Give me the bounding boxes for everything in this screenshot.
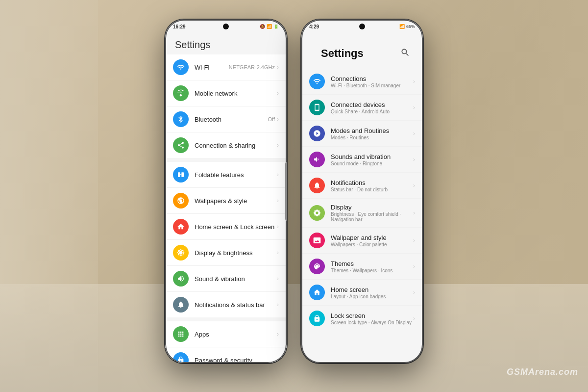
phone1-mobile-network-text: Mobile network [195, 90, 277, 97]
phone1-apps-label: Apps [195, 331, 277, 338]
phone1-password-item[interactable]: Password & security › [165, 347, 287, 363]
phone1-battery-icon: 🔋 [273, 24, 279, 29]
phone1-connection-sharing-label: Connection & sharing [195, 142, 277, 149]
phone2-themes-label: Themes [331, 260, 413, 267]
phone2-sounds-chevron: › [413, 156, 415, 163]
phone2-themes-item[interactable]: Themes Themes · Wallpapers · Icons › [301, 254, 423, 280]
phone1-time: 16:29 [173, 24, 186, 29]
phone1-display-brightness-icon [173, 245, 189, 261]
phone1-password-label: Password & security [195, 357, 277, 364]
phone1-password-text: Password & security [195, 357, 277, 364]
phone2-notifications-text: Notifications Status bar · Do not distur… [331, 179, 413, 192]
phone1-sound-text: Sound & vibration [195, 275, 277, 283]
phone1-wifi-chevron: › [277, 64, 279, 71]
phone1-wifi-value: NETGEAR-2.4GHz [229, 64, 275, 70]
phone2-modes-item[interactable]: Modes and Routines Modes · Routines › [301, 121, 423, 147]
phone2-wallpaper-item[interactable]: Wallpaper and style Wallpapers · Color p… [301, 228, 423, 254]
phone2-connections-item[interactable]: Connections Wi-Fi · Bluetooth · SIM mana… [301, 69, 423, 95]
phone1-display-brightness-text: Display & brightness [195, 249, 277, 257]
phone1-settings-list: Wi-Fi NETGEAR-2.4GHz › Mobile network [165, 54, 287, 363]
phone2-homescreen-item[interactable]: Home screen Layout · App icon badges › [301, 280, 423, 306]
phone2-connections-sublabel: Wi-Fi · Bluetooth · SIM manager [331, 83, 413, 88]
phone1-hinge [285, 162, 287, 221]
phone2-lockscreen-icon [309, 311, 325, 326]
phone2-connections-chevron: › [413, 78, 415, 85]
phone1-notifications-label: Notifications & status bar [195, 301, 277, 309]
phone2-display-text: Display Brightness · Eye comfort shield … [331, 204, 413, 222]
phone1-wifi-text: Wi-Fi [195, 64, 229, 71]
phone1-section-network: Wi-Fi NETGEAR-2.4GHz › Mobile network [165, 54, 287, 158]
phone2-display-label: Display [331, 204, 413, 211]
phone2-status-icons: 📶 65% [399, 24, 415, 29]
phone2-sounds-sublabel: Sound mode · Ringtone [331, 161, 413, 166]
phone1-connection-sharing-icon [173, 137, 189, 153]
phone2-homescreen-label: Home screen [331, 286, 413, 293]
phone2-homescreen-sublabel: Layout · App icon badges [331, 294, 413, 299]
svg-rect-0 [180, 94, 182, 95]
phone2-connected-devices-icon [309, 100, 325, 115]
phone1-notifications-icon [173, 297, 189, 313]
phone1-mobile-network-item[interactable]: Mobile network › [165, 80, 287, 106]
phone2-display-chevron: › [413, 209, 415, 216]
svg-rect-1 [178, 172, 180, 177]
phone2-connected-devices-chevron: › [413, 104, 415, 111]
phone2-wallpaper-icon [309, 233, 325, 248]
phone1-homescreen-label: Home screen & Lock screen [195, 223, 277, 231]
phone1-foldable-item[interactable]: Foldable features › [165, 162, 287, 188]
phone1-notifications-chevron: › [277, 301, 279, 308]
phone2-wallpaper-label: Wallpaper and style [331, 234, 413, 241]
phone1-notifications-item[interactable]: Notifications & status bar › [165, 292, 287, 317]
phone2-connections-icon [309, 74, 325, 89]
phone1-homescreen-icon [173, 219, 189, 235]
phone1-homescreen-chevron: › [277, 223, 279, 230]
phone1-settings-title: Settings [165, 33, 287, 54]
phone1-body: 16:29 🔕 📶 🔋 Settings [165, 20, 287, 363]
phone2-screen: Settings Connections Wi-Fi [301, 33, 423, 335]
phone1-connection-sharing-item[interactable]: Connection & sharing › [165, 132, 287, 158]
phone2-connected-devices-label: Connected devices [331, 101, 413, 108]
phone2-notifications-item[interactable]: Notifications Status bar · Do not distur… [301, 173, 423, 199]
phone1-sound-label: Sound & vibration [195, 275, 277, 283]
phone1-display-brightness-chevron: › [277, 249, 279, 256]
phone2-connected-devices-item[interactable]: Connected devices Quick Share · Android … [301, 95, 423, 121]
phone1-notifications-text: Notifications & status bar [195, 301, 277, 309]
phone1-homescreen-item[interactable]: Home screen & Lock screen › [165, 214, 287, 240]
phone2-lockscreen-item[interactable]: Lock screen Screen lock type · Always On… [301, 306, 423, 331]
phone1-apps-item[interactable]: Apps › [165, 321, 287, 347]
phone1-bluetooth-value: Off [268, 116, 275, 122]
phone2-themes-text: Themes Themes · Wallpapers · Icons [331, 260, 413, 273]
watermark: GSMArena.com [507, 367, 578, 377]
phone2-lockscreen-chevron: › [413, 315, 415, 322]
phone2-search-button[interactable] [397, 45, 413, 60]
phone2: 4:29 📶 65% Settings [301, 20, 423, 363]
phone1-wallpaper-item[interactable]: Wallpapers & style › [165, 188, 287, 214]
phone1-wallpaper-text: Wallpapers & style [195, 197, 277, 205]
phone2-themes-icon [309, 259, 325, 274]
phone2-modes-sublabel: Modes · Routines [331, 135, 413, 140]
phone2-display-item[interactable]: Display Brightness · Eye comfort shield … [301, 199, 423, 228]
phone1-foldable-label: Foldable features [195, 171, 277, 179]
phone2-battery-icon: 65% [406, 24, 415, 29]
phone1-bluetooth-label: Bluetooth [195, 116, 268, 123]
phone2-wallpaper-chevron: › [413, 237, 415, 244]
phone1: 16:29 🔕 📶 🔋 Settings [165, 20, 287, 363]
phone2-notifications-icon [309, 178, 325, 193]
phone2-notifications-sublabel: Status bar · Do not disturb [331, 187, 413, 192]
phone2-section-main: Connections Wi-Fi · Bluetooth · SIM mana… [301, 69, 423, 331]
phone2-sounds-item[interactable]: Sounds and vibration Sound mode · Ringto… [301, 147, 423, 173]
phone1-display-brightness-item[interactable]: Display & brightness › [165, 240, 287, 266]
phone1-bluetooth-chevron: › [277, 116, 279, 123]
phone2-lockscreen-text: Lock screen Screen lock type · Always On… [331, 312, 413, 325]
phone1-bluetooth-item[interactable]: Bluetooth Off › [165, 106, 287, 132]
phone2-themes-sublabel: Themes · Wallpapers · Icons [331, 268, 413, 273]
phone1-foldable-icon [173, 167, 189, 183]
phone2-wifi-icon: 📶 [399, 24, 405, 29]
phone2-homescreen-icon [309, 285, 325, 300]
phone2-lockscreen-label: Lock screen [331, 312, 413, 319]
phone1-apps-chevron: › [277, 331, 279, 338]
phone1-wifi-label: Wi-Fi [195, 64, 229, 71]
phone1-camera [223, 24, 229, 29]
phone1-sound-item[interactable]: Sound & vibration › [165, 266, 287, 292]
phone1-connection-sharing-chevron: › [277, 142, 279, 149]
phone1-wifi-item[interactable]: Wi-Fi NETGEAR-2.4GHz › [165, 54, 287, 80]
